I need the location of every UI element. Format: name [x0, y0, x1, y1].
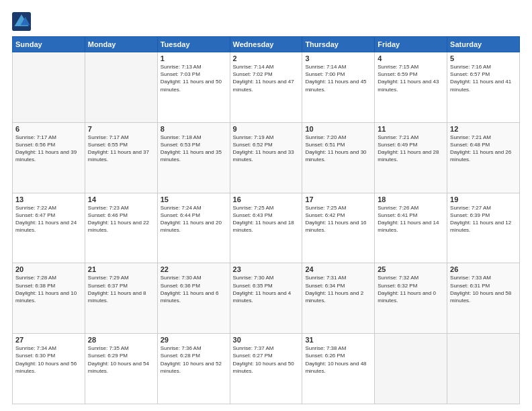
day-number: 28 — [88, 336, 154, 344]
header-cell-saturday: Saturday — [447, 37, 520, 52]
day-info: Sunrise: 7:30 AM Sunset: 6:36 PM Dayligh… — [161, 274, 227, 304]
day-info: Sunrise: 7:38 AM Sunset: 6:26 PM Dayligh… — [305, 345, 371, 375]
day-number: 12 — [450, 125, 517, 133]
week-row-2: 13Sunrise: 7:22 AM Sunset: 6:47 PM Dayli… — [13, 193, 520, 263]
day-number: 21 — [88, 265, 154, 273]
day-number: 1 — [161, 54, 227, 62]
calendar-cell: 2Sunrise: 7:14 AM Sunset: 7:02 PM Daylig… — [230, 52, 302, 123]
logo-icon — [12, 12, 31, 31]
day-info: Sunrise: 7:37 AM Sunset: 6:27 PM Dayligh… — [233, 345, 300, 375]
day-info: Sunrise: 7:20 AM Sunset: 6:51 PM Dayligh… — [305, 134, 371, 164]
day-number: 17 — [305, 195, 371, 203]
day-number: 15 — [161, 195, 227, 203]
calendar-cell: 11Sunrise: 7:21 AM Sunset: 6:49 PM Dayli… — [375, 122, 447, 193]
day-number: 26 — [450, 265, 517, 273]
header-cell-wednesday: Wednesday — [230, 37, 302, 52]
day-number: 6 — [15, 125, 82, 133]
day-number: 11 — [378, 125, 444, 133]
day-info: Sunrise: 7:13 AM Sunset: 7:03 PM Dayligh… — [161, 63, 227, 93]
calendar-cell: 6Sunrise: 7:17 AM Sunset: 6:56 PM Daylig… — [13, 122, 85, 193]
day-info: Sunrise: 7:28 AM Sunset: 6:38 PM Dayligh… — [15, 274, 82, 304]
calendar-cell: 20Sunrise: 7:28 AM Sunset: 6:38 PM Dayli… — [13, 263, 85, 334]
calendar-cell: 3Sunrise: 7:14 AM Sunset: 7:00 PM Daylig… — [302, 52, 375, 123]
header — [12, 12, 520, 31]
day-number: 24 — [305, 265, 371, 273]
calendar-cell: 17Sunrise: 7:25 AM Sunset: 6:42 PM Dayli… — [302, 193, 375, 263]
day-info: Sunrise: 7:26 AM Sunset: 6:41 PM Dayligh… — [378, 204, 444, 234]
calendar-cell: 22Sunrise: 7:30 AM Sunset: 6:36 PM Dayli… — [157, 263, 230, 334]
calendar-cell: 16Sunrise: 7:25 AM Sunset: 6:43 PM Dayli… — [230, 193, 302, 263]
logo — [12, 12, 34, 31]
calendar-cell: 19Sunrise: 7:27 AM Sunset: 6:39 PM Dayli… — [447, 193, 520, 263]
calendar-cell — [375, 334, 447, 404]
day-info: Sunrise: 7:23 AM Sunset: 6:46 PM Dayligh… — [88, 204, 154, 234]
calendar-cell: 5Sunrise: 7:16 AM Sunset: 6:57 PM Daylig… — [447, 52, 520, 123]
calendar-table: SundayMondayTuesdayWednesdayThursdayFrid… — [12, 36, 520, 404]
calendar-cell: 31Sunrise: 7:38 AM Sunset: 6:26 PM Dayli… — [302, 334, 375, 404]
day-number: 29 — [161, 336, 227, 344]
calendar-cell: 1Sunrise: 7:13 AM Sunset: 7:03 PM Daylig… — [157, 52, 230, 123]
day-number: 10 — [305, 125, 371, 133]
day-info: Sunrise: 7:32 AM Sunset: 6:32 PM Dayligh… — [378, 274, 444, 304]
calendar-cell: 7Sunrise: 7:17 AM Sunset: 6:55 PM Daylig… — [85, 122, 157, 193]
day-number: 14 — [88, 195, 154, 203]
calendar-cell: 10Sunrise: 7:20 AM Sunset: 6:51 PM Dayli… — [302, 122, 375, 193]
day-number: 23 — [233, 265, 300, 273]
header-cell-sunday: Sunday — [13, 37, 85, 52]
day-info: Sunrise: 7:36 AM Sunset: 6:28 PM Dayligh… — [161, 345, 227, 375]
day-info: Sunrise: 7:17 AM Sunset: 6:55 PM Dayligh… — [88, 134, 154, 164]
calendar-cell: 9Sunrise: 7:19 AM Sunset: 6:52 PM Daylig… — [230, 122, 302, 193]
calendar-cell: 12Sunrise: 7:21 AM Sunset: 6:48 PM Dayli… — [447, 122, 520, 193]
day-number: 3 — [305, 54, 371, 62]
calendar-cell: 8Sunrise: 7:18 AM Sunset: 6:53 PM Daylig… — [157, 122, 230, 193]
day-info: Sunrise: 7:21 AM Sunset: 6:49 PM Dayligh… — [378, 134, 444, 164]
day-info: Sunrise: 7:33 AM Sunset: 6:31 PM Dayligh… — [450, 274, 517, 304]
day-info: Sunrise: 7:21 AM Sunset: 6:48 PM Dayligh… — [450, 134, 517, 164]
header-cell-thursday: Thursday — [302, 37, 375, 52]
header-cell-tuesday: Tuesday — [157, 37, 230, 52]
calendar-cell: 29Sunrise: 7:36 AM Sunset: 6:28 PM Dayli… — [157, 334, 230, 404]
week-row-4: 27Sunrise: 7:34 AM Sunset: 6:30 PM Dayli… — [13, 334, 520, 404]
day-number: 20 — [15, 265, 82, 273]
page: SundayMondayTuesdayWednesdayThursdayFrid… — [0, 0, 532, 411]
day-number: 25 — [378, 265, 444, 273]
day-info: Sunrise: 7:14 AM Sunset: 7:00 PM Dayligh… — [305, 63, 371, 93]
day-number: 27 — [15, 336, 82, 344]
day-info: Sunrise: 7:18 AM Sunset: 6:53 PM Dayligh… — [161, 134, 227, 164]
header-cell-monday: Monday — [85, 37, 157, 52]
day-info: Sunrise: 7:25 AM Sunset: 6:43 PM Dayligh… — [233, 204, 300, 234]
week-row-1: 6Sunrise: 7:17 AM Sunset: 6:56 PM Daylig… — [13, 122, 520, 193]
day-info: Sunrise: 7:16 AM Sunset: 6:57 PM Dayligh… — [450, 63, 517, 93]
calendar-cell — [13, 52, 85, 123]
calendar-cell: 13Sunrise: 7:22 AM Sunset: 6:47 PM Dayli… — [13, 193, 85, 263]
day-info: Sunrise: 7:31 AM Sunset: 6:34 PM Dayligh… — [305, 274, 371, 304]
day-number: 5 — [450, 54, 517, 62]
day-number: 2 — [233, 54, 300, 62]
day-number: 22 — [161, 265, 227, 273]
day-number: 4 — [378, 54, 444, 62]
week-row-3: 20Sunrise: 7:28 AM Sunset: 6:38 PM Dayli… — [13, 263, 520, 334]
calendar-cell: 23Sunrise: 7:30 AM Sunset: 6:35 PM Dayli… — [230, 263, 302, 334]
week-row-0: 1Sunrise: 7:13 AM Sunset: 7:03 PM Daylig… — [13, 52, 520, 123]
calendar-cell: 26Sunrise: 7:33 AM Sunset: 6:31 PM Dayli… — [447, 263, 520, 334]
calendar-cell: 15Sunrise: 7:24 AM Sunset: 6:44 PM Dayli… — [157, 193, 230, 263]
day-number: 16 — [233, 195, 300, 203]
calendar-cell: 18Sunrise: 7:26 AM Sunset: 6:41 PM Dayli… — [375, 193, 447, 263]
calendar-cell: 27Sunrise: 7:34 AM Sunset: 6:30 PM Dayli… — [13, 334, 85, 404]
day-info: Sunrise: 7:15 AM Sunset: 6:59 PM Dayligh… — [378, 63, 444, 93]
calendar-cell: 14Sunrise: 7:23 AM Sunset: 6:46 PM Dayli… — [85, 193, 157, 263]
calendar-cell: 25Sunrise: 7:32 AM Sunset: 6:32 PM Dayli… — [375, 263, 447, 334]
header-row: SundayMondayTuesdayWednesdayThursdayFrid… — [13, 37, 520, 52]
calendar-cell: 30Sunrise: 7:37 AM Sunset: 6:27 PM Dayli… — [230, 334, 302, 404]
calendar-cell: 24Sunrise: 7:31 AM Sunset: 6:34 PM Dayli… — [302, 263, 375, 334]
day-info: Sunrise: 7:22 AM Sunset: 6:47 PM Dayligh… — [15, 204, 82, 234]
calendar-cell: 4Sunrise: 7:15 AM Sunset: 6:59 PM Daylig… — [375, 52, 447, 123]
day-number: 19 — [450, 195, 517, 203]
day-number: 13 — [15, 195, 82, 203]
header-cell-friday: Friday — [375, 37, 447, 52]
day-info: Sunrise: 7:14 AM Sunset: 7:02 PM Dayligh… — [233, 63, 300, 93]
day-info: Sunrise: 7:24 AM Sunset: 6:44 PM Dayligh… — [161, 204, 227, 234]
day-number: 8 — [161, 125, 227, 133]
calendar-cell: 21Sunrise: 7:29 AM Sunset: 6:37 PM Dayli… — [85, 263, 157, 334]
day-number: 30 — [233, 336, 300, 344]
